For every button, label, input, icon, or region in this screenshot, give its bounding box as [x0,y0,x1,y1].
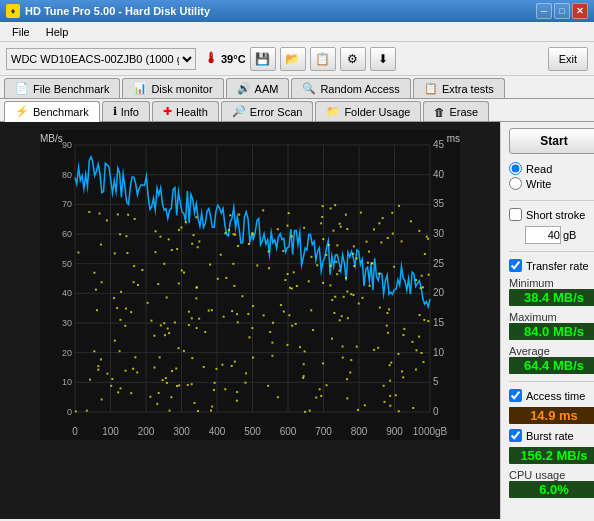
tab-random-access[interactable]: 🔍 Random Access [291,78,410,98]
random-access-icon: 🔍 [302,82,316,95]
tab-error-scan[interactable]: 🔎 Error Scan [221,101,314,121]
toolbar-btn-1[interactable]: 💾 [250,47,276,71]
tab-extra-tests[interactable]: 📋 Extra tests [413,78,505,98]
short-stroke-checkbox[interactable]: Short stroke [509,208,594,221]
access-time-stat: 14.9 ms [509,407,594,424]
close-button[interactable]: ✕ [572,3,588,19]
tab-health[interactable]: ✚ Health [152,101,219,121]
average-value: 64.4 MB/s [509,357,594,374]
cpu-usage-stat: CPU usage 6.0% [509,469,594,498]
error-scan-icon: 🔎 [232,105,246,118]
tab-info[interactable]: ℹ Info [102,101,150,121]
exit-button[interactable]: Exit [548,47,588,71]
access-time-checkbox[interactable]: Access time [509,389,594,402]
start-button[interactable]: Start [509,128,594,154]
file-benchmark-icon: 📄 [15,82,29,95]
tab-disk-monitor[interactable]: 📊 Disk monitor [122,78,223,98]
toolbar-btn-2[interactable]: 📂 [280,47,306,71]
window-controls[interactable]: ─ □ ✕ [536,3,588,19]
minimum-label: Minimum [509,277,594,289]
short-stroke-input[interactable] [525,226,561,244]
title-bar: ♦ HD Tune Pro 5.00 - Hard Disk Utility ─… [0,0,594,22]
app-icon: ♦ [6,4,20,18]
toolbar-btn-3[interactable]: 📋 [310,47,336,71]
tabs-row-2: ⚡ Benchmark ℹ Info ✚ Health 🔎 Error Scan… [0,99,594,122]
read-write-group: Read Write [509,159,594,193]
window-title: HD Tune Pro 5.00 - Hard Disk Utility [25,5,210,17]
short-stroke-spinner: gB [525,226,594,244]
burst-rate-checkbox[interactable]: Burst rate [509,429,594,442]
main-content: Start Read Write Short stroke gB Transfe… [0,122,594,519]
tab-aam[interactable]: 🔊 AAM [226,78,290,98]
maximum-value: 84.0 MB/s [509,323,594,340]
disk-monitor-icon: 📊 [133,82,147,95]
drive-select[interactable]: WDC WD10EACS-00ZJB0 (1000 gB) [6,48,196,70]
transfer-rate-checkbox[interactable]: Transfer rate [509,259,594,272]
burst-rate-value: 156.2 MB/s [509,447,594,464]
health-icon: ✚ [163,105,172,118]
maximum-stat: Maximum 84.0 MB/s [509,311,594,340]
chart-container [0,122,500,519]
extra-tests-icon: 📋 [424,82,438,95]
toolbar-btn-4[interactable]: ⚙ [340,47,366,71]
toolbar-btn-5[interactable]: ⬇ [370,47,396,71]
cpu-usage-label: CPU usage [509,469,594,481]
minimize-button[interactable]: ─ [536,3,552,19]
tab-folder-usage[interactable]: 📁 Folder Usage [315,101,421,121]
short-stroke-unit: gB [563,229,576,241]
average-stat: Average 64.4 MB/s [509,345,594,374]
right-panel: Start Read Write Short stroke gB Transfe… [500,122,594,519]
menu-help[interactable]: Help [38,24,77,40]
maximum-label: Maximum [509,311,594,323]
toolbar: WDC WD10EACS-00ZJB0 (1000 gB) 🌡 39°C 💾 📂… [0,42,594,76]
menu-file[interactable]: File [4,24,38,40]
cpu-usage-value: 6.0% [509,481,594,498]
write-radio[interactable]: Write [509,177,594,190]
temperature-value: 39°C [221,53,246,65]
divider-3 [509,381,594,382]
tabs-row-1: 📄 File Benchmark 📊 Disk monitor 🔊 AAM 🔍 … [0,76,594,99]
read-radio[interactable]: Read [509,162,594,175]
temperature-display: 🌡 39°C [204,50,246,68]
aam-icon: 🔊 [237,82,251,95]
benchmark-icon: ⚡ [15,105,29,118]
thermometer-icon: 🌡 [204,50,218,68]
tab-benchmark[interactable]: ⚡ Benchmark [4,101,100,122]
burst-rate-stat: 156.2 MB/s [509,447,594,464]
tab-erase[interactable]: 🗑 Erase [423,101,489,121]
maximize-button[interactable]: □ [554,3,570,19]
divider-2 [509,251,594,252]
erase-icon: 🗑 [434,106,445,118]
info-icon: ℹ [113,105,117,118]
benchmark-chart [40,130,460,440]
tab-file-benchmark[interactable]: 📄 File Benchmark [4,78,120,98]
access-time-value: 14.9 ms [509,407,594,424]
divider-1 [509,200,594,201]
menu-bar: File Help [0,22,594,42]
folder-usage-icon: 📁 [326,105,340,118]
average-label: Average [509,345,594,357]
minimum-stat: Minimum 38.4 MB/s [509,277,594,306]
minimum-value: 38.4 MB/s [509,289,594,306]
